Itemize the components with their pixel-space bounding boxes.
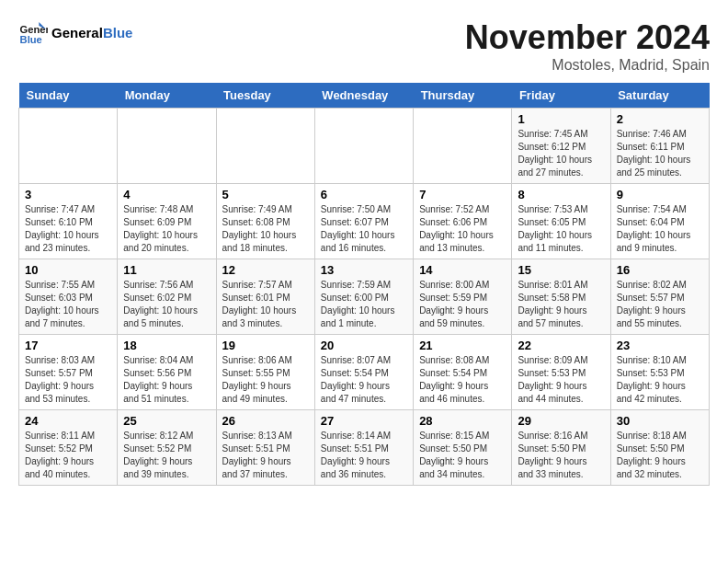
day-cell: 27Sunrise: 8:14 AM Sunset: 5:51 PM Dayli… [314, 410, 413, 486]
day-cell: 15Sunrise: 8:01 AM Sunset: 5:58 PM Dayli… [512, 259, 610, 335]
day-number: 7 [419, 188, 506, 201]
day-number: 4 [123, 188, 210, 201]
day-cell: 25Sunrise: 8:12 AM Sunset: 5:52 PM Dayli… [118, 410, 216, 486]
col-header-saturday: Saturday [610, 83, 709, 109]
day-info: Sunrise: 7:49 AM Sunset: 6:08 PM Dayligh… [222, 203, 309, 255]
day-number: 3 [25, 188, 111, 201]
day-info: Sunrise: 8:18 AM Sunset: 5:50 PM Dayligh… [617, 430, 703, 481]
day-cell: 4Sunrise: 7:48 AM Sunset: 6:09 PM Daylig… [118, 184, 216, 259]
day-number: 24 [25, 414, 111, 428]
day-info: Sunrise: 7:52 AM Sunset: 6:06 PM Dayligh… [419, 203, 506, 255]
day-cell: 1Sunrise: 7:45 AM Sunset: 6:12 PM Daylig… [512, 109, 610, 184]
month-title: November 2024 [465, 18, 710, 57]
day-cell: 24Sunrise: 8:11 AM Sunset: 5:52 PM Dayli… [19, 410, 118, 486]
day-info: Sunrise: 8:01 AM Sunset: 5:58 PM Dayligh… [518, 279, 604, 330]
day-number: 2 [617, 112, 703, 126]
day-cell: 29Sunrise: 8:16 AM Sunset: 5:50 PM Dayli… [512, 410, 610, 486]
day-number: 23 [617, 339, 703, 352]
day-number: 12 [222, 263, 309, 277]
day-number: 20 [321, 339, 407, 352]
day-info: Sunrise: 8:14 AM Sunset: 5:51 PM Dayligh… [321, 430, 407, 481]
day-number: 27 [321, 414, 407, 428]
day-cell: 16Sunrise: 8:02 AM Sunset: 5:57 PM Dayli… [610, 259, 709, 335]
logo: General Blue GeneralBlue [18, 18, 132, 48]
day-info: Sunrise: 8:16 AM Sunset: 5:50 PM Dayligh… [518, 430, 604, 481]
day-number: 13 [321, 263, 407, 277]
day-info: Sunrise: 7:56 AM Sunset: 6:02 PM Dayligh… [123, 279, 210, 330]
day-info: Sunrise: 7:48 AM Sunset: 6:09 PM Dayligh… [123, 203, 210, 255]
day-number: 1 [518, 112, 604, 126]
header: General Blue GeneralBlue November 2024 M… [18, 18, 710, 74]
day-cell: 18Sunrise: 8:04 AM Sunset: 5:56 PM Dayli… [118, 335, 216, 410]
day-info: Sunrise: 8:06 AM Sunset: 5:55 PM Dayligh… [222, 354, 309, 406]
day-info: Sunrise: 8:04 AM Sunset: 5:56 PM Dayligh… [123, 354, 210, 406]
col-header-wednesday: Wednesday [314, 83, 413, 109]
day-number: 9 [617, 188, 703, 201]
calendar-header-row: SundayMondayTuesdayWednesdayThursdayFrid… [19, 83, 710, 109]
day-cell: 19Sunrise: 8:06 AM Sunset: 5:55 PM Dayli… [216, 335, 314, 410]
day-number: 25 [123, 414, 210, 428]
day-info: Sunrise: 8:09 AM Sunset: 5:53 PM Dayligh… [518, 354, 604, 406]
day-number: 5 [222, 188, 309, 201]
day-info: Sunrise: 7:47 AM Sunset: 6:10 PM Dayligh… [25, 203, 111, 255]
day-info: Sunrise: 8:08 AM Sunset: 5:54 PM Dayligh… [419, 354, 506, 406]
day-info: Sunrise: 7:50 AM Sunset: 6:07 PM Dayligh… [321, 203, 407, 255]
week-row-4: 17Sunrise: 8:03 AM Sunset: 5:57 PM Dayli… [19, 335, 710, 410]
day-info: Sunrise: 8:10 AM Sunset: 5:53 PM Dayligh… [617, 354, 703, 406]
day-number: 8 [518, 188, 604, 201]
day-cell [216, 109, 314, 184]
day-cell: 22Sunrise: 8:09 AM Sunset: 5:53 PM Dayli… [512, 335, 610, 410]
title-area: November 2024 Mostoles, Madrid, Spain [465, 18, 710, 74]
day-info: Sunrise: 7:55 AM Sunset: 6:03 PM Dayligh… [25, 279, 111, 330]
calendar-table: SundayMondayTuesdayWednesdayThursdayFrid… [18, 83, 710, 486]
day-info: Sunrise: 7:54 AM Sunset: 6:04 PM Dayligh… [617, 203, 703, 255]
day-cell: 26Sunrise: 8:13 AM Sunset: 5:51 PM Dayli… [216, 410, 314, 486]
day-number: 19 [222, 339, 309, 352]
day-number: 26 [222, 414, 309, 428]
day-cell [414, 109, 512, 184]
day-info: Sunrise: 8:07 AM Sunset: 5:54 PM Dayligh… [321, 354, 407, 406]
day-cell: 21Sunrise: 8:08 AM Sunset: 5:54 PM Dayli… [414, 335, 512, 410]
week-row-1: 1Sunrise: 7:45 AM Sunset: 6:12 PM Daylig… [19, 109, 710, 184]
day-info: Sunrise: 7:57 AM Sunset: 6:01 PM Dayligh… [222, 279, 309, 330]
day-number: 21 [419, 339, 506, 352]
day-number: 10 [25, 263, 111, 277]
week-row-5: 24Sunrise: 8:11 AM Sunset: 5:52 PM Dayli… [19, 410, 710, 486]
day-cell: 7Sunrise: 7:52 AM Sunset: 6:06 PM Daylig… [414, 184, 512, 259]
day-number: 11 [123, 263, 210, 277]
day-info: Sunrise: 7:53 AM Sunset: 6:05 PM Dayligh… [518, 203, 604, 255]
day-cell: 2Sunrise: 7:46 AM Sunset: 6:11 PM Daylig… [610, 109, 709, 184]
day-cell: 10Sunrise: 7:55 AM Sunset: 6:03 PM Dayli… [19, 259, 118, 335]
day-cell: 23Sunrise: 8:10 AM Sunset: 5:53 PM Dayli… [610, 335, 709, 410]
day-cell: 6Sunrise: 7:50 AM Sunset: 6:07 PM Daylig… [314, 184, 413, 259]
day-number: 17 [25, 339, 111, 352]
day-info: Sunrise: 8:13 AM Sunset: 5:51 PM Dayligh… [222, 430, 309, 481]
day-number: 30 [617, 414, 703, 428]
day-info: Sunrise: 8:12 AM Sunset: 5:52 PM Dayligh… [123, 430, 210, 481]
day-cell: 11Sunrise: 7:56 AM Sunset: 6:02 PM Dayli… [118, 259, 216, 335]
day-number: 14 [419, 263, 506, 277]
day-cell: 3Sunrise: 7:47 AM Sunset: 6:10 PM Daylig… [19, 184, 118, 259]
day-cell: 13Sunrise: 7:59 AM Sunset: 6:00 PM Dayli… [314, 259, 413, 335]
day-cell: 28Sunrise: 8:15 AM Sunset: 5:50 PM Dayli… [414, 410, 512, 486]
day-number: 18 [123, 339, 210, 352]
day-cell [118, 109, 216, 184]
day-cell: 30Sunrise: 8:18 AM Sunset: 5:50 PM Dayli… [610, 410, 709, 486]
day-number: 15 [518, 263, 604, 277]
logo-icon: General Blue [18, 18, 48, 48]
day-cell: 14Sunrise: 8:00 AM Sunset: 5:59 PM Dayli… [414, 259, 512, 335]
day-info: Sunrise: 7:59 AM Sunset: 6:00 PM Dayligh… [321, 279, 407, 330]
logo-blue: Blue [103, 25, 133, 40]
week-row-3: 10Sunrise: 7:55 AM Sunset: 6:03 PM Dayli… [19, 259, 710, 335]
week-row-2: 3Sunrise: 7:47 AM Sunset: 6:10 PM Daylig… [19, 184, 710, 259]
svg-text:Blue: Blue [20, 34, 42, 45]
day-number: 6 [321, 188, 407, 201]
location: Mostoles, Madrid, Spain [465, 57, 710, 74]
day-number: 29 [518, 414, 604, 428]
col-header-thursday: Thursday [414, 83, 512, 109]
day-number: 16 [617, 263, 703, 277]
day-info: Sunrise: 7:46 AM Sunset: 6:11 PM Dayligh… [617, 128, 703, 179]
day-cell [314, 109, 413, 184]
col-header-friday: Friday [512, 83, 610, 109]
day-info: Sunrise: 7:45 AM Sunset: 6:12 PM Dayligh… [518, 128, 604, 179]
